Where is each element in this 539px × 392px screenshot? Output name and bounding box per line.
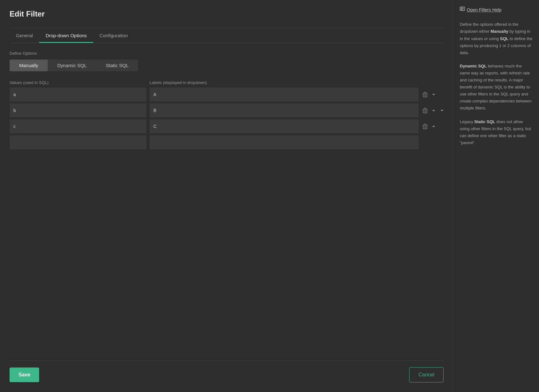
main-panel: Edit Filter General Drop-down Options Co… [0,0,453,392]
label-input-1[interactable] [150,88,419,102]
value-input-4[interactable] [10,135,146,149]
footer: Save Cancel [10,360,444,382]
help-dynamic-body: behaves much the same way as reports, wi… [460,64,531,111]
labels-column: Labels (displayed in dropdown) [150,80,444,151]
table-row [10,119,146,133]
trash-icon [423,92,428,97]
label-input-2[interactable] [150,103,419,117]
help-intro-section: Define the options offered in the dropdo… [460,21,533,56]
columns-wrapper: Values (used in SQL) Labels (displayed i… [10,80,444,151]
label-input-3[interactable] [150,119,419,133]
row-actions-1 [421,90,444,99]
help-dynamic-section: Dynamic SQL behaves much the same way as… [460,63,533,112]
define-options-label: Define Options [10,51,444,56]
tab-configuration[interactable]: Configuration [93,28,134,43]
arrow-down-icon [440,108,444,113]
help-static-title: Static SQL [474,119,495,124]
mode-btn-manually[interactable]: Manually [10,60,48,71]
row-actions-2 [421,106,444,115]
svg-rect-2 [423,93,427,97]
page-title: Edit Filter [10,10,444,18]
delete-row-2-button[interactable] [421,106,429,115]
help-sql-bold: SQL [500,36,508,41]
values-column: Values (used in SQL) [10,80,146,151]
svg-rect-11 [424,124,426,124]
move-up-row-3-button[interactable] [430,123,437,130]
value-input-3[interactable] [10,119,146,133]
save-button[interactable]: Save [10,368,39,382]
svg-rect-6 [424,108,426,108]
values-col-header: Values (used in SQL) [10,80,146,85]
table-row [150,119,444,133]
table-row [150,135,444,149]
help-panel: Open Filters Help Define the options off… [453,0,539,392]
tabs-bar: General Drop-down Options Configuration [10,28,444,43]
value-input-2[interactable] [10,103,146,117]
mode-btn-dynamic-sql[interactable]: Dynamic SQL [48,60,96,71]
trash-icon [423,123,428,129]
move-down-row-2-button[interactable] [438,107,445,114]
mode-btn-static-sql[interactable]: Static SQL [96,60,138,71]
row-actions-3 [421,122,444,130]
trash-icon [423,108,428,113]
open-filters-help-label: Open Filters Help [467,6,501,13]
tab-dropdown-options[interactable]: Drop-down Options [39,28,93,43]
mode-button-group: Manually Dynamic SQL Static SQL [10,60,138,71]
arrow-up-icon [431,108,436,113]
svg-rect-1 [424,92,426,93]
value-input-1[interactable] [10,88,146,102]
svg-rect-7 [423,109,427,113]
open-filters-help-link[interactable]: Open Filters Help [460,6,533,13]
label-input-4[interactable] [150,135,419,149]
help-text-body: Define the options offered in the dropdo… [460,21,533,146]
delete-row-3-button[interactable] [421,122,429,130]
table-row [10,88,146,102]
table-row [10,103,146,117]
help-static-section: Legacy Static SQL does not allow using o… [460,118,533,146]
svg-rect-12 [423,125,427,129]
help-static-prefix: Legacy [460,119,474,124]
move-up-row-2-button[interactable] [430,107,437,114]
help-manually-bold: Manually [491,29,508,34]
table-row [10,135,146,149]
help-dynamic-title: Dynamic SQL [460,64,487,68]
table-row [150,103,444,117]
labels-col-header: Labels (displayed in dropdown) [150,80,444,85]
move-down-row-1-button[interactable] [430,91,437,98]
cancel-button[interactable]: Cancel [409,367,444,382]
table-row [150,88,444,102]
filter-help-icon [460,6,465,13]
delete-row-1-button[interactable] [421,90,429,99]
arrow-up-icon [431,124,436,129]
tab-general[interactable]: General [10,28,39,43]
arrow-down-icon [431,92,436,97]
